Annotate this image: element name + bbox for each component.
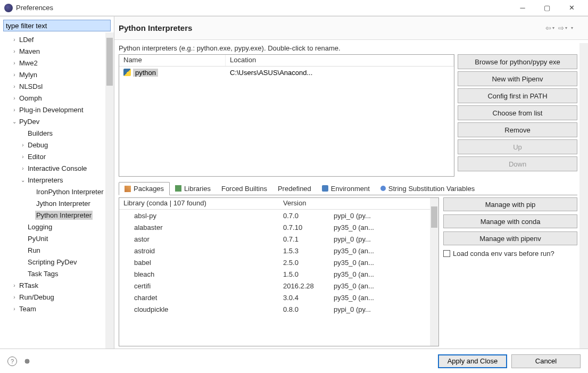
col-library[interactable]: Library (conda | 107 found) — [119, 198, 279, 209]
right-pane: Python Interpreters ⇦▾ ⇨▾ ▾ Python inter… — [114, 16, 588, 349]
tree-item[interactable]: ›Run/Debug — [2, 291, 114, 303]
chevron-right-icon[interactable]: › — [11, 84, 18, 89]
col-version[interactable]: Version — [279, 198, 329, 209]
chevron-right-icon[interactable]: › — [11, 48, 18, 54]
tree-item[interactable]: ⌄Interpreters — [2, 174, 114, 186]
tab-predefined[interactable]: Predefined — [272, 182, 317, 195]
browse-button[interactable]: Browse for python/pypy exe — [458, 54, 577, 69]
str-icon — [380, 186, 386, 191]
down-button[interactable]: Down — [458, 156, 577, 171]
package-row[interactable]: absl-py0.7.0pypi_0 (py... — [119, 210, 430, 221]
chevron-down-icon[interactable]: ⌄ — [11, 119, 18, 125]
new-pipenv-button[interactable]: New with Pipenv — [458, 71, 577, 86]
chevron-right-icon[interactable]: › — [11, 283, 18, 288]
tab-environment[interactable]: Environment — [317, 182, 375, 195]
chevron-right-icon[interactable]: › — [11, 72, 18, 78]
tree-item[interactable]: ›Editor — [2, 151, 114, 162]
chevron-down-icon[interactable]: ⌄ — [19, 177, 27, 183]
tree-item[interactable]: ›Debug — [2, 139, 114, 151]
tree-item[interactable]: ›Mylyn — [2, 69, 114, 80]
help-icon[interactable]: ? — [7, 357, 17, 366]
tab-packages[interactable]: Packages — [119, 182, 170, 195]
pkg-name: alabaster — [119, 223, 279, 231]
chevron-right-icon[interactable]: › — [19, 142, 27, 148]
close-button[interactable]: ✕ — [559, 0, 584, 16]
package-row[interactable]: chardet3.0.4py35_0 (an... — [119, 292, 430, 303]
scrollbar-thumb[interactable] — [431, 206, 437, 228]
pane-scrollbar[interactable] — [579, 43, 588, 349]
record-icon[interactable] — [22, 357, 32, 366]
up-button[interactable]: Up — [458, 139, 577, 154]
chevron-right-icon[interactable]: › — [11, 306, 18, 312]
manage-conda-button[interactable]: Manage with conda — [443, 214, 577, 228]
preferences-tree[interactable]: ›LDef›Maven›Mwe2›Mylyn›NLSDsl›Oomph›Plug… — [0, 34, 114, 349]
package-row[interactable]: astor0.7.1pypi_0 (py... — [119, 233, 430, 245]
tree-item[interactable]: Jython Interpreter — [2, 197, 114, 209]
col-location[interactable]: Location — [226, 55, 454, 66]
tree-item-label: Task Tags — [27, 269, 60, 278]
packages-scrollbar[interactable] — [430, 198, 438, 346]
tab-libraries[interactable]: Libraries — [170, 182, 216, 195]
tree-item[interactable]: ›Interactive Console — [2, 162, 114, 174]
tree-item[interactable]: Run — [2, 244, 114, 256]
eclipse-icon — [4, 4, 13, 12]
tree-item[interactable]: ›Plug-in Development — [2, 104, 114, 115]
chevron-right-icon[interactable]: › — [19, 165, 27, 171]
interpreters-table[interactable]: Name Location pythonC:\Users\ASUS\Anacon… — [119, 54, 454, 177]
chevron-right-icon[interactable]: › — [11, 294, 18, 300]
tree-item[interactable]: ›RTask — [2, 279, 114, 291]
col-name[interactable]: Name — [119, 55, 226, 66]
package-row[interactable]: alabaster0.7.10py35_0 (an... — [119, 221, 430, 233]
packages-table[interactable]: Library (conda | 107 found) Version absl… — [119, 197, 439, 346]
tree-item[interactable]: Builders — [2, 127, 114, 139]
tree-item[interactable]: Scripting PyDev — [2, 256, 114, 268]
checkbox-icon[interactable] — [443, 250, 450, 257]
maximize-button[interactable]: ▢ — [535, 0, 559, 16]
manage-pipenv-button[interactable]: Manage with pipenv — [443, 231, 577, 245]
pkg-version: 3.0.4 — [279, 294, 329, 302]
tree-item[interactable]: Task Tags — [2, 268, 114, 279]
filter-input[interactable] — [3, 20, 111, 31]
config-path-button[interactable]: Config first in PATH — [458, 88, 577, 103]
forward-button[interactable]: ⇨▾ — [558, 23, 569, 34]
package-row[interactable]: babel2.5.0py35_0 (an... — [119, 256, 430, 268]
tree-item[interactable]: ›Mwe2 — [2, 57, 114, 69]
chevron-right-icon[interactable]: › — [11, 60, 18, 66]
load-conda-checkbox-row[interactable]: Load conda env vars before run? — [443, 248, 577, 258]
sidebar-scrollbar[interactable] — [105, 32, 114, 349]
choose-list-button[interactable]: Choose from list — [458, 105, 577, 120]
pkg-version: 2.5.0 — [279, 259, 329, 267]
manage-pip-button[interactable]: Manage with pip — [443, 197, 577, 211]
tree-item[interactable]: Logging — [2, 221, 114, 233]
package-row[interactable]: cloudpickle0.8.0pypi_0 (py... — [119, 303, 430, 315]
apply-close-button[interactable]: Apply and Close — [438, 354, 507, 368]
minimize-button[interactable]: ─ — [510, 0, 535, 16]
scrollbar-thumb[interactable] — [106, 38, 113, 86]
back-button[interactable]: ⇦▾ — [545, 23, 556, 34]
cancel-button[interactable]: Cancel — [511, 354, 581, 368]
package-row[interactable]: astroid1.5.3py35_0 (an... — [119, 245, 430, 256]
tree-item[interactable]: ⌄PyDev — [2, 115, 114, 127]
pkg-source: pypi_0 (py... — [329, 305, 430, 313]
remove-button[interactable]: Remove — [458, 122, 577, 137]
tree-item[interactable]: ›LDef — [2, 34, 114, 45]
tree-item[interactable]: ›Maven — [2, 45, 114, 57]
tree-item[interactable]: ›Team — [2, 303, 114, 314]
chevron-right-icon[interactable]: › — [11, 107, 18, 113]
tree-item[interactable]: ›NLSDsl — [2, 80, 114, 92]
menu-button[interactable]: ▾ — [571, 23, 582, 34]
tree-item[interactable]: ›Oomph — [2, 92, 114, 104]
package-row[interactable]: certifi2016.2.28py35_0 (an... — [119, 280, 430, 292]
chevron-right-icon[interactable]: › — [11, 95, 18, 101]
tree-item[interactable]: PyUnit — [2, 233, 114, 244]
table-row[interactable]: pythonC:\Users\ASUS\Anacond... — [119, 67, 454, 78]
chevron-right-icon[interactable]: › — [11, 37, 18, 43]
col-source[interactable] — [329, 198, 430, 209]
tree-item[interactable]: IronPython Interpreter — [2, 186, 114, 197]
tab-forced-builtins[interactable]: Forced Builtins — [216, 182, 272, 195]
tree-item[interactable]: Python Interpreter — [2, 209, 114, 221]
checkbox-label: Load conda env vars before run? — [453, 250, 554, 258]
chevron-right-icon[interactable]: › — [19, 154, 27, 160]
tab-string-substitution-variables[interactable]: String Substitution Variables — [375, 182, 480, 195]
package-row[interactable]: bleach1.5.0py35_0 (an... — [119, 268, 430, 280]
